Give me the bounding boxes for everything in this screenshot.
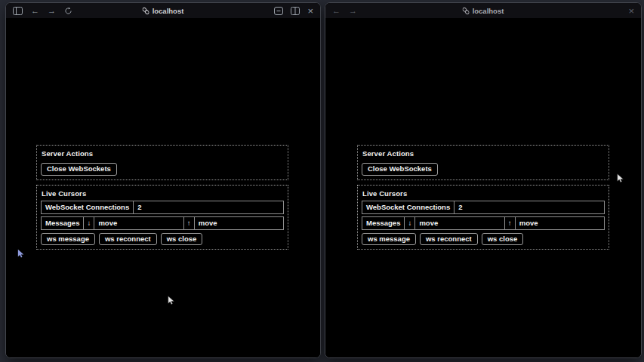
ws-close-button[interactable]: ws close — [482, 233, 524, 246]
connections-value: 2 — [134, 201, 283, 213]
panels: Server Actions Close WebSockets Live Cur… — [36, 145, 288, 254]
page-content: Server Actions Close WebSockets Live Cur… — [6, 18, 320, 358]
titlebar[interactable]: ← → localhost × — [6, 3, 320, 18]
back-icon[interactable]: ← — [31, 7, 39, 15]
ws-message-button[interactable]: ws message — [362, 233, 416, 246]
reload-icon[interactable] — [64, 7, 72, 15]
server-actions-panel: Server Actions Close WebSockets — [36, 145, 288, 180]
forward-icon[interactable]: → — [349, 7, 357, 15]
arrow-down-icon: ↓ — [84, 217, 94, 229]
ws-buttons-row: ws message ws reconnect ws close — [41, 233, 284, 246]
address-display[interactable]: localhost — [463, 3, 504, 18]
page-content: Server Actions Close WebSockets Live Cur… — [325, 18, 641, 358]
forward-icon[interactable]: → — [48, 7, 56, 15]
browser-window-right: ← → localhost × Server Actions Close Web… — [325, 2, 642, 358]
last-sent-message: move — [516, 217, 604, 229]
back-icon[interactable]: ← — [332, 7, 340, 15]
url-text: localhost — [153, 7, 184, 15]
server-actions-panel: Server Actions Close WebSockets — [357, 145, 609, 180]
split-view-icon[interactable] — [291, 7, 300, 15]
link-icon — [463, 7, 470, 15]
desktop: { "desktop": { "bg": "#282b34" }, "windo… — [0, 0, 644, 362]
ws-buttons-row: ws message ws reconnect ws close — [362, 233, 605, 246]
live-cursors-panel: Live Cursors WebSocket Connections 2 Mes… — [36, 185, 288, 250]
window-controls: × — [274, 6, 313, 16]
last-received-message: move — [415, 217, 504, 229]
arrow-down-icon: ↓ — [405, 217, 415, 229]
live-cursors-panel: Live Cursors WebSocket Connections 2 Mes… — [357, 185, 609, 250]
close-websockets-button[interactable]: Close WebSockets — [41, 163, 117, 176]
panel-title: Server Actions — [362, 149, 605, 158]
address-display[interactable]: localhost — [143, 3, 184, 18]
connections-label: WebSocket Connections — [362, 201, 454, 213]
browser-window-left: ← → localhost × Server Actions — [5, 2, 321, 358]
ws-reconnect-button[interactable]: ws reconnect — [420, 233, 478, 246]
panel-title: Live Cursors — [42, 189, 284, 198]
arrow-up-icon: ↑ — [505, 217, 516, 229]
titlebar[interactable]: ← → localhost × — [325, 3, 641, 18]
ws-close-button[interactable]: ws close — [161, 233, 203, 246]
link-icon — [143, 7, 149, 15]
close-icon[interactable]: × — [307, 6, 313, 16]
close-icon[interactable]: × — [628, 6, 634, 16]
window-controls: × — [628, 6, 634, 16]
last-received-message: move — [94, 217, 183, 229]
panel-title: Live Cursors — [362, 189, 605, 198]
messages-label: Messages — [42, 217, 84, 229]
messages-row: Messages ↓ move ↑ move — [41, 216, 284, 230]
connections-value: 2 — [454, 201, 604, 213]
messages-row: Messages ↓ move ↑ move — [362, 216, 605, 230]
arrow-up-icon: ↑ — [184, 217, 195, 229]
connections-label: WebSocket Connections — [42, 201, 134, 213]
last-sent-message: move — [195, 217, 283, 229]
websocket-connections-row: WebSocket Connections 2 — [362, 201, 605, 214]
nav-controls: ← → — [13, 7, 72, 15]
reader-icon[interactable] — [274, 7, 283, 15]
nav-controls: ← → — [332, 7, 357, 15]
panel-title: Server Actions — [42, 149, 284, 158]
close-websockets-button[interactable]: Close WebSockets — [362, 163, 438, 176]
ws-reconnect-button[interactable]: ws reconnect — [99, 233, 157, 246]
sidebar-toggle-icon[interactable] — [13, 7, 23, 15]
websocket-connections-row: WebSocket Connections 2 — [41, 201, 284, 214]
panels: Server Actions Close WebSockets Live Cur… — [357, 145, 609, 254]
messages-label: Messages — [362, 217, 405, 229]
ws-message-button[interactable]: ws message — [41, 233, 95, 246]
url-text: localhost — [473, 7, 504, 15]
